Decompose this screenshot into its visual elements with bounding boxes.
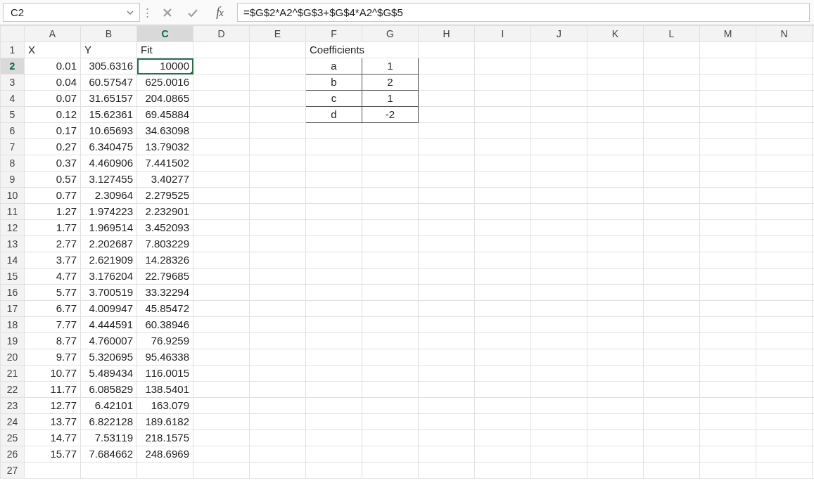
cell[interactable] [531, 446, 587, 463]
cell[interactable]: 10.65693 [81, 123, 137, 139]
cell[interactable] [700, 317, 756, 333]
cell[interactable] [531, 204, 587, 220]
cell[interactable] [700, 398, 756, 414]
cell[interactable]: 4.009947 [81, 301, 137, 317]
row-header-23[interactable]: 23 [1, 398, 25, 414]
cell[interactable] [193, 75, 250, 91]
cell[interactable]: 2.202687 [81, 236, 137, 252]
cell[interactable]: 189.6182 [137, 414, 193, 430]
row-header-19[interactable]: 19 [1, 333, 25, 349]
cell[interactable] [700, 75, 756, 91]
cell[interactable] [362, 236, 419, 252]
cell[interactable] [362, 349, 419, 366]
cell[interactable] [193, 398, 250, 414]
cell[interactable] [700, 333, 756, 349]
row-header-15[interactable]: 15 [1, 269, 25, 285]
cell[interactable] [644, 42, 700, 58]
cell[interactable] [531, 139, 587, 155]
cell[interactable]: 34.63098 [137, 123, 193, 139]
cell[interactable] [756, 366, 813, 382]
cell[interactable] [756, 285, 813, 301]
cell[interactable] [475, 155, 531, 172]
cell[interactable] [531, 236, 587, 252]
insert-function-icon[interactable]: fx [210, 5, 229, 20]
row-header-14[interactable]: 14 [1, 252, 25, 269]
cell[interactable] [306, 204, 362, 220]
cell[interactable] [250, 91, 306, 107]
cell[interactable] [531, 91, 587, 107]
cell[interactable] [644, 285, 700, 301]
cell[interactable] [700, 269, 756, 285]
cell[interactable] [250, 398, 306, 414]
row-header-2[interactable]: 2 [1, 58, 25, 75]
cell[interactable] [531, 269, 587, 285]
cell[interactable]: 22.79685 [137, 269, 193, 285]
cell[interactable]: 3.176204 [81, 269, 137, 285]
cell[interactable] [250, 172, 306, 188]
cell[interactable] [587, 285, 644, 301]
cell[interactable] [306, 317, 362, 333]
cell[interactable]: 6.822128 [81, 414, 137, 430]
cell[interactable] [250, 58, 306, 75]
row-header-20[interactable]: 20 [1, 349, 25, 366]
cell[interactable] [250, 366, 306, 382]
row-header-25[interactable]: 25 [1, 430, 25, 446]
cell[interactable] [531, 58, 587, 75]
cell[interactable] [193, 446, 250, 463]
cell[interactable] [700, 204, 756, 220]
cell[interactable] [644, 366, 700, 382]
cell[interactable] [419, 430, 475, 446]
cell[interactable] [419, 172, 475, 188]
cell[interactable]: 3.452093 [137, 220, 193, 236]
cell[interactable]: 5.77 [25, 285, 81, 301]
cell[interactable] [250, 301, 306, 317]
cell[interactable]: 7.53119 [81, 430, 137, 446]
row-header-18[interactable]: 18 [1, 317, 25, 333]
cell[interactable]: X [25, 42, 81, 58]
cell[interactable] [644, 398, 700, 414]
cell[interactable] [193, 317, 250, 333]
cell[interactable] [250, 139, 306, 155]
cell[interactable]: 60.57547 [81, 75, 137, 91]
cell[interactable] [419, 204, 475, 220]
cell[interactable] [587, 317, 644, 333]
cell[interactable]: 6.77 [25, 301, 81, 317]
cell[interactable]: 1 [362, 91, 419, 107]
cell[interactable] [419, 382, 475, 398]
cell[interactable] [587, 463, 644, 479]
cell[interactable]: 0.01 [25, 58, 81, 75]
cell[interactable]: 69.45884 [137, 107, 193, 123]
cell[interactable] [475, 301, 531, 317]
cell[interactable] [700, 139, 756, 155]
cell[interactable]: 31.65157 [81, 91, 137, 107]
cell[interactable] [306, 172, 362, 188]
cell[interactable]: 2 [362, 75, 419, 91]
cell[interactable]: 1 [362, 58, 419, 75]
cell[interactable] [193, 91, 250, 107]
cell[interactable] [193, 172, 250, 188]
row-header-24[interactable]: 24 [1, 414, 25, 430]
row-header-22[interactable]: 22 [1, 382, 25, 398]
row-header-5[interactable]: 5 [1, 107, 25, 123]
cell[interactable]: 248.6969 [137, 446, 193, 463]
cell[interactable] [756, 91, 813, 107]
cell[interactable] [644, 430, 700, 446]
cell[interactable] [193, 252, 250, 269]
cell[interactable] [475, 139, 531, 155]
cell[interactable] [756, 139, 813, 155]
cell[interactable]: 218.1575 [137, 430, 193, 446]
row-header-27[interactable]: 27 [1, 463, 25, 479]
cell[interactable] [644, 155, 700, 172]
cell[interactable] [587, 107, 644, 123]
cell[interactable] [700, 107, 756, 123]
cell[interactable] [587, 204, 644, 220]
cell[interactable] [587, 123, 644, 139]
cell[interactable] [193, 269, 250, 285]
cell[interactable]: 3.40277 [137, 172, 193, 188]
cell[interactable]: 2.30964 [81, 188, 137, 204]
cell[interactable]: 3.77 [25, 252, 81, 269]
cell[interactable] [250, 285, 306, 301]
cell[interactable]: 7.803229 [137, 236, 193, 252]
cell[interactable] [531, 414, 587, 430]
cell[interactable]: 3.127455 [81, 172, 137, 188]
